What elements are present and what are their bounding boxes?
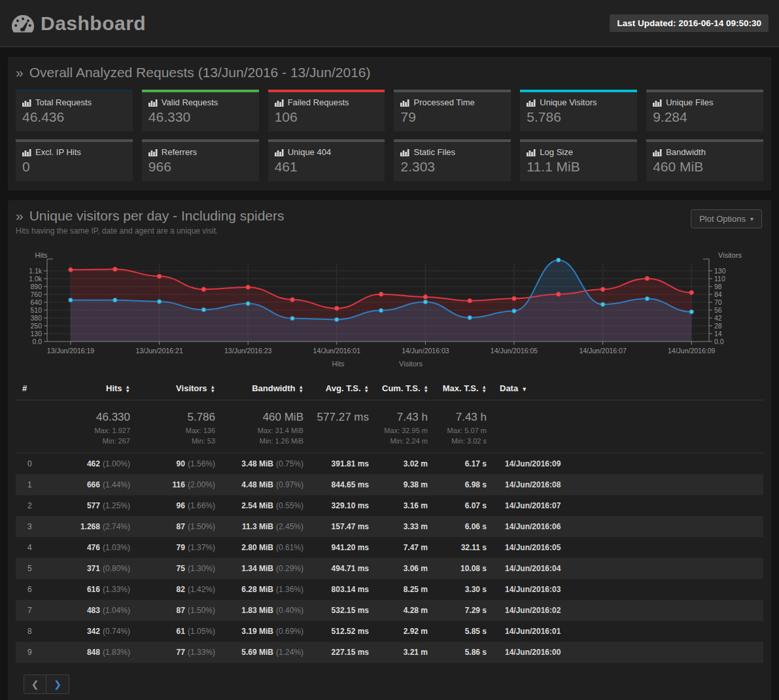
summary-cum_ts-total: 7.43 h (382, 411, 428, 424)
table-body: 0462(1.00%)90(1.56%)3.48 MiB(0.75%)391.8… (16, 453, 763, 663)
svg-text:130: 130 (714, 267, 726, 275)
stat-value: 79 (400, 109, 504, 125)
summary-bandwidth-max: Max: 31.4 MiB (228, 427, 303, 434)
percent: (1.36%) (276, 585, 303, 594)
stat-card: Valid Requests46.330 (142, 90, 259, 131)
cell-hits: 483(1.04%) (54, 600, 137, 621)
table-row: 6616(1.33%)82(1.42%)6.28 MiB(1.36%)803.1… (16, 579, 763, 600)
svg-text:110: 110 (714, 275, 725, 283)
stat-value: 5.786 (527, 109, 631, 125)
value: 1.83 MiB (241, 606, 273, 615)
next-page-button[interactable]: ❯ (46, 674, 69, 694)
value: 96 (177, 501, 185, 510)
stat-card: Referrers966 (142, 139, 259, 181)
stat-value: 460 MiB (653, 159, 757, 175)
percent: (0.97%) (276, 480, 303, 489)
column-header-cumts[interactable]: Cum. T.S.▲▼ (375, 378, 434, 400)
cell-bandwidth: 1.83 MiB(0.40%) (222, 600, 310, 621)
column-header-avgts[interactable]: Avg. T.S.▲▼ (310, 378, 375, 400)
column-header-bandwidth[interactable]: Bandwidth▲▼ (222, 378, 310, 400)
cell-avg_ts: 157.47 ms (310, 516, 375, 537)
percent: (1.25%) (103, 501, 130, 510)
value: 10.08 s (460, 564, 487, 573)
top-header-bar: Dashboard Last Updated: 2016-06-14 09:50… (0, 0, 779, 47)
percent: (0.75%) (276, 459, 303, 468)
stat-label: Unique 404 (275, 147, 379, 157)
table-row: 31.268(2.74%)87(1.50%)11.3 MiB(2.45%)157… (16, 516, 763, 537)
svg-text:84: 84 (714, 290, 722, 298)
stat-card: Log Size11.1 MiB (520, 139, 637, 181)
stat-label-text: Unique Visitors (540, 97, 597, 107)
sort-down-arrow: ▼ (364, 389, 369, 393)
value: 3.30 s (465, 585, 487, 594)
svg-text:0.0: 0.0 (32, 338, 42, 345)
summary-avg_ts-total: 577.27 ms (317, 411, 369, 424)
cell-max_ts: 7.29 s (434, 600, 493, 621)
cell-visitors: 61(1.05%) (137, 621, 222, 642)
cell-visitors: 87(1.50%) (137, 600, 222, 621)
column-header-label: # (22, 383, 27, 393)
percent: (1.66%) (188, 501, 215, 510)
column-header-label: Data (500, 383, 518, 393)
cell-avg_ts: 941.20 ms (310, 537, 375, 558)
svg-text:28: 28 (714, 322, 722, 330)
bar-chart-icon (527, 99, 536, 107)
value: 666 (87, 480, 100, 489)
stat-label-text: Valid Requests (162, 97, 218, 107)
column-header-maxts[interactable]: Max. T.S.▲▼ (434, 378, 493, 400)
value: 3.33 m (404, 522, 428, 531)
summary-avg_ts: 577.27 ms (310, 400, 375, 453)
cell-cum_ts: 7.47 m (375, 537, 434, 558)
value: 462 (87, 459, 100, 468)
stat-card: Excl. IP Hits0 (16, 139, 133, 181)
plot-options-button[interactable]: Plot Options ▾ (691, 209, 762, 228)
svg-text:98: 98 (714, 283, 722, 290)
percent: (1.83%) (103, 648, 130, 657)
sort-down-arrow: ▼ (126, 389, 130, 393)
svg-text:Hits: Hits (35, 251, 48, 259)
stat-label-text: Excl. IP Hits (35, 147, 81, 157)
stat-card: Unique Visitors5.786 (520, 90, 637, 131)
summary-visitors: 5.786Max: 136Min: 53 (137, 400, 222, 453)
percent: (2.74%) (103, 522, 130, 531)
cell-avg_ts: 227.15 ms (310, 642, 375, 663)
stat-label-text: Static Files (413, 147, 455, 157)
column-header-visitors[interactable]: Visitors▲▼ (137, 378, 222, 400)
table-row: 8342(0.74%)61(1.05%)3.19 MiB(0.69%)512.5… (16, 621, 763, 642)
angle-double-right-icon: » (16, 65, 24, 80)
row-index: 3 (16, 516, 54, 537)
summary-visitors-min: Min: 53 (143, 437, 215, 445)
cell-visitors: 75(1.30%) (137, 558, 222, 579)
page-title: Dashboard (41, 12, 146, 35)
value: 8.25 m (404, 585, 428, 594)
summary-cum_ts: 7.43 hMax: 32.95 mMin: 2.24 m (375, 400, 434, 453)
cell-cum_ts: 3.16 m (375, 495, 434, 516)
cell-cum_ts: 2.92 m (375, 621, 434, 642)
value: 1.34 MiB (241, 564, 273, 573)
column-header-hits[interactable]: Hits▲▼ (54, 378, 137, 400)
summary-visitors-total: 5.786 (143, 411, 215, 424)
row-index: 5 (16, 558, 54, 579)
row-index: 0 (16, 453, 54, 474)
sort-icon: ▲▼ (364, 385, 369, 393)
overview-panel: » Overall Analyzed Requests (13/Jun/2016… (8, 57, 771, 190)
percent: (0.80%) (103, 564, 130, 573)
value: 342 (87, 627, 100, 636)
summary-max_ts: 7.43 hMax: 5.07 mMin: 3.02 s (434, 400, 493, 453)
row-index: 6 (16, 579, 54, 600)
value: 512.52 ms (332, 627, 369, 636)
value: 9.38 m (404, 480, 428, 489)
column-header-data[interactable]: Data▼ (493, 378, 763, 400)
stat-label: Referrers (148, 147, 252, 157)
bar-chart-icon (148, 99, 158, 107)
stat-label: Unique Visitors (527, 97, 631, 107)
percent: (1.04%) (103, 606, 130, 615)
cell-cum_ts: 9.38 m (375, 474, 434, 495)
cell-max_ts: 5.85 s (434, 621, 493, 642)
percent: (1.37%) (188, 543, 215, 552)
prev-page-button[interactable]: ❮ (24, 674, 46, 694)
table-summary: 46.330Max: 1.927Min: 2675.786Max: 136Min… (16, 400, 763, 453)
table-row: 5371(0.80%)75(1.30%)1.34 MiB(0.29%)494.7… (16, 558, 763, 579)
cell-hits: 1.268(2.74%) (54, 516, 137, 537)
summary-hits-total: 46.330 (60, 411, 130, 424)
